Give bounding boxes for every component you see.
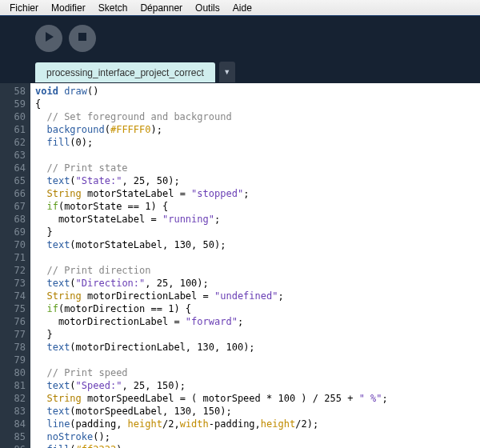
- code-area[interactable]: void draw(){ // Set foreground and backg…: [30, 83, 480, 448]
- svg-marker-0: [46, 32, 54, 42]
- stop-icon: [77, 31, 88, 45]
- line-gutter: 5859606162636465666768697071727374757677…: [0, 83, 30, 448]
- menu-edit[interactable]: Modifier: [45, 1, 92, 15]
- code-line[interactable]: text(motorStateLabel, 130, 50);: [35, 238, 480, 251]
- menu-help[interactable]: Aide: [226, 1, 258, 15]
- chevron-down-icon: ▼: [223, 68, 230, 76]
- code-line[interactable]: fill(0);: [35, 136, 480, 149]
- line-number: 60: [2, 110, 26, 123]
- code-line[interactable]: // Set foreground and background: [35, 110, 480, 123]
- code-line[interactable]: [35, 149, 480, 162]
- line-number: 84: [2, 418, 26, 430]
- line-number: 74: [2, 290, 26, 302]
- tab-dropdown[interactable]: ▼: [219, 62, 235, 82]
- code-line[interactable]: String motorStateLabel = "stopped";: [35, 187, 480, 200]
- code-line[interactable]: text(motorSpeedLabel, 130, 150);: [35, 405, 480, 418]
- toolbar: [0, 16, 480, 60]
- code-line[interactable]: text("Speed:", 25, 150);: [35, 379, 480, 392]
- code-line[interactable]: [35, 251, 480, 264]
- line-number: 71: [2, 251, 26, 264]
- tab-active[interactable]: processing_interface_project_correct: [35, 62, 215, 82]
- line-number: 67: [2, 200, 26, 213]
- line-number: 75: [2, 302, 26, 315]
- line-number: 65: [2, 174, 26, 187]
- menu-tools[interactable]: Outils: [189, 1, 226, 15]
- menu-sketch[interactable]: Sketch: [92, 1, 134, 15]
- code-editor[interactable]: 5859606162636465666768697071727374757677…: [0, 82, 480, 448]
- code-line[interactable]: void draw(): [35, 85, 480, 98]
- line-number: 80: [2, 366, 26, 379]
- code-line[interactable]: // Print speed: [35, 366, 480, 379]
- code-line[interactable]: motorDirectionLabel = "forward";: [35, 315, 480, 328]
- code-line[interactable]: {: [35, 98, 480, 110]
- line-number: 83: [2, 405, 26, 418]
- stop-button[interactable]: [69, 25, 96, 52]
- code-line[interactable]: String motorDirectionLabel = "undefined"…: [35, 290, 480, 302]
- line-number: 64: [2, 162, 26, 174]
- run-button[interactable]: [35, 25, 62, 52]
- line-number: 72: [2, 264, 26, 277]
- code-line[interactable]: fill(#ff2222);: [35, 443, 480, 448]
- line-number: 68: [2, 213, 26, 226]
- line-number: 59: [2, 98, 26, 110]
- line-number: 76: [2, 315, 26, 328]
- line-number: 86: [2, 443, 26, 448]
- code-line[interactable]: noStroke();: [35, 430, 480, 443]
- tab-bar: processing_interface_project_correct ▼: [0, 60, 480, 82]
- line-number: 66: [2, 187, 26, 200]
- line-number: 69: [2, 226, 26, 238]
- menu-debug[interactable]: Dépanner: [134, 1, 189, 15]
- code-line[interactable]: // Print direction: [35, 264, 480, 277]
- line-number: 77: [2, 328, 26, 341]
- line-number: 78: [2, 341, 26, 354]
- menu-file[interactable]: Fichier: [3, 1, 45, 15]
- line-number: 82: [2, 392, 26, 405]
- line-number: 58: [2, 85, 26, 98]
- line-number: 61: [2, 123, 26, 136]
- line-number: 70: [2, 238, 26, 251]
- code-line[interactable]: [35, 354, 480, 366]
- code-line[interactable]: line(padding, height/2,width-padding,hei…: [35, 418, 480, 430]
- code-line[interactable]: }: [35, 226, 480, 238]
- code-line[interactable]: text("Direction:", 25, 100);: [35, 277, 480, 290]
- code-line[interactable]: // Print state: [35, 162, 480, 174]
- svg-rect-1: [78, 33, 86, 41]
- code-line[interactable]: text(motorDirectionLabel, 130, 100);: [35, 341, 480, 354]
- menu-bar: Fichier Modifier Sketch Dépanner Outils …: [0, 0, 480, 16]
- code-line[interactable]: text("State:", 25, 50);: [35, 174, 480, 187]
- line-number: 85: [2, 430, 26, 443]
- line-number: 62: [2, 136, 26, 149]
- code-line[interactable]: }: [35, 328, 480, 341]
- code-line[interactable]: background(#FFFFF0);: [35, 123, 480, 136]
- code-line[interactable]: if(motorState == 1) {: [35, 200, 480, 213]
- line-number: 73: [2, 277, 26, 290]
- code-line[interactable]: String motorSpeedLabel = ( motorSpeed * …: [35, 392, 480, 405]
- line-number: 81: [2, 379, 26, 392]
- play-icon: [43, 31, 54, 45]
- code-line[interactable]: if(motorDirection == 1) {: [35, 302, 480, 315]
- code-line[interactable]: motorStateLabel = "running";: [35, 213, 480, 226]
- line-number: 63: [2, 149, 26, 162]
- line-number: 79: [2, 354, 26, 366]
